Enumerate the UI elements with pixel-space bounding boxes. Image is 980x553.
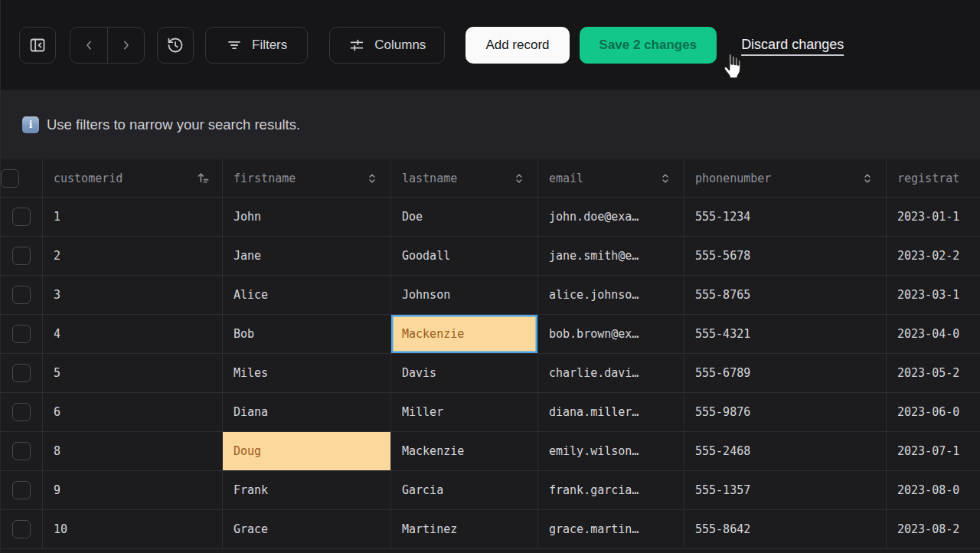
cell-firstname[interactable]: Grace bbox=[223, 510, 391, 548]
row-checkbox[interactable] bbox=[12, 442, 31, 460]
discard-changes-label: Discard changes bbox=[741, 37, 844, 52]
save-changes-button[interactable]: Save 2 changes bbox=[580, 27, 717, 64]
cell-phonenumber[interactable]: 555-1357 bbox=[684, 471, 887, 509]
cell-email[interactable]: bob.brown@ex… bbox=[538, 315, 684, 353]
table-header-row: customerid firstname lastname bbox=[1, 159, 980, 198]
cell-lastname[interactable]: Martinez bbox=[391, 510, 538, 548]
cell-lastname[interactable]: Miller bbox=[391, 393, 538, 431]
sort-chevrons-icon[interactable] bbox=[658, 171, 673, 186]
cell-customerid[interactable]: 4 bbox=[43, 315, 223, 353]
row-checkbox[interactable] bbox=[12, 364, 31, 382]
column-header-phonenumber[interactable]: phonenumber bbox=[684, 159, 887, 197]
cell-registrationdate[interactable]: 2023-01-1 bbox=[887, 198, 980, 236]
filters-button[interactable]: Filters bbox=[205, 27, 308, 64]
discard-changes-link[interactable]: Discard changes bbox=[741, 37, 844, 53]
row-checkbox[interactable] bbox=[12, 520, 31, 538]
cell-email[interactable]: grace.martin… bbox=[538, 510, 684, 548]
back-button[interactable] bbox=[70, 28, 107, 63]
cell-email[interactable]: jane.smith@e… bbox=[538, 237, 684, 275]
column-header-firstname[interactable]: firstname bbox=[223, 159, 391, 197]
cell-email[interactable]: emily.wilson… bbox=[538, 432, 684, 470]
cell-firstname[interactable]: Diana bbox=[223, 393, 391, 431]
cell-firstname[interactable]: Jane bbox=[223, 237, 391, 275]
cell-customerid[interactable]: 3 bbox=[43, 276, 223, 314]
add-record-button[interactable]: Add record bbox=[466, 27, 569, 64]
row-checkbox[interactable] bbox=[12, 403, 31, 421]
cell-customerid[interactable]: 1 bbox=[43, 198, 223, 236]
cell-phonenumber[interactable]: 555-1234 bbox=[684, 198, 887, 236]
cell-customerid[interactable]: 6 bbox=[43, 393, 223, 431]
column-header-lastname[interactable]: lastname bbox=[391, 159, 538, 197]
cell-firstname[interactable]: Miles bbox=[223, 354, 391, 392]
table-row: 6 Diana Miller diana.miller… 555-9876 20… bbox=[1, 393, 980, 432]
cell-email[interactable]: john.doe@exa… bbox=[538, 198, 684, 236]
row-checkbox[interactable] bbox=[12, 247, 31, 265]
sort-ascending-icon[interactable] bbox=[195, 170, 211, 186]
cell-customerid[interactable]: 2 bbox=[43, 237, 223, 275]
cell-email[interactable]: frank.garcia… bbox=[538, 471, 684, 509]
cell-lastname[interactable]: Goodall bbox=[391, 237, 538, 275]
cell-firstname[interactable]: John bbox=[223, 198, 391, 236]
table-row: 8 Doug Mackenzie emily.wilson… 555-2468 … bbox=[1, 432, 980, 471]
sort-chevrons-icon[interactable] bbox=[511, 171, 527, 186]
row-checkbox[interactable] bbox=[12, 481, 31, 499]
table-row: 9 Frank Garcia frank.garcia… 555-1357 20… bbox=[1, 471, 980, 510]
column-header-registrationdate[interactable]: registrat bbox=[887, 159, 980, 197]
sort-chevrons-icon[interactable] bbox=[860, 171, 875, 186]
history-clock-icon bbox=[166, 36, 185, 54]
cell-registrationdate[interactable]: 2023-03-1 bbox=[887, 276, 980, 314]
filter-lines-icon bbox=[226, 37, 243, 54]
cell-customerid[interactable]: 9 bbox=[43, 471, 223, 509]
cell-registrationdate[interactable]: 2023-08-2 bbox=[887, 510, 980, 548]
cell-customerid[interactable]: 10 bbox=[43, 510, 223, 548]
cell-email[interactable]: alice.johnso… bbox=[538, 276, 684, 314]
cell-registrationdate[interactable]: 2023-07-1 bbox=[887, 432, 980, 470]
column-header-label: firstname bbox=[234, 172, 296, 185]
columns-button[interactable]: Columns bbox=[329, 27, 445, 64]
row-checkbox[interactable] bbox=[12, 208, 31, 226]
cell-lastname-edited-selected[interactable]: Mackenzie bbox=[391, 315, 538, 353]
cell-firstname[interactable]: Alice bbox=[223, 276, 391, 314]
panel-left-collapse-icon bbox=[28, 36, 47, 54]
cell-phonenumber[interactable]: 555-8642 bbox=[684, 510, 887, 548]
cell-email[interactable]: diana.miller… bbox=[538, 393, 684, 431]
cell-phonenumber[interactable]: 555-4321 bbox=[684, 315, 887, 353]
collapse-sidebar-button[interactable] bbox=[19, 27, 56, 64]
cell-registrationdate[interactable]: 2023-04-0 bbox=[887, 315, 980, 353]
cell-lastname[interactable]: Davis bbox=[391, 354, 538, 392]
column-header-label: email bbox=[549, 172, 583, 185]
cell-phonenumber[interactable]: 555-6789 bbox=[684, 354, 887, 392]
row-checkbox[interactable] bbox=[12, 286, 31, 304]
cell-firstname-edited[interactable]: Doug bbox=[223, 432, 391, 470]
query-history-button[interactable] bbox=[157, 27, 194, 64]
cell-registrationdate[interactable]: 2023-08-0 bbox=[887, 471, 980, 509]
cell-phonenumber[interactable]: 555-8765 bbox=[684, 276, 887, 314]
save-changes-button-label: Save 2 changes bbox=[599, 38, 697, 53]
select-all-checkbox[interactable] bbox=[1, 169, 19, 188]
cell-email[interactable]: charlie.davi… bbox=[538, 354, 684, 392]
forward-button[interactable] bbox=[107, 28, 144, 63]
row-select-cell bbox=[1, 198, 43, 236]
table-row: 10 Grace Martinez grace.martin… 555-8642… bbox=[1, 510, 980, 549]
cell-registrationdate[interactable]: 2023-02-2 bbox=[887, 237, 980, 275]
column-header-customerid[interactable]: customerid bbox=[43, 159, 223, 197]
column-header-email[interactable]: email bbox=[538, 159, 684, 197]
table-row: 1 John Doe john.doe@exa… 555-1234 2023-0… bbox=[1, 198, 980, 237]
cell-phonenumber[interactable]: 555-9876 bbox=[684, 393, 887, 431]
row-checkbox[interactable] bbox=[12, 325, 31, 343]
cell-lastname[interactable]: Johnson bbox=[391, 276, 538, 314]
cell-phonenumber[interactable]: 555-2468 bbox=[684, 432, 887, 470]
cell-firstname[interactable]: Bob bbox=[223, 315, 391, 353]
cell-firstname[interactable]: Frank bbox=[223, 471, 391, 509]
cell-phonenumber[interactable]: 555-5678 bbox=[684, 237, 887, 275]
cell-customerid[interactable]: 8 bbox=[43, 432, 223, 470]
cell-registrationdate[interactable]: 2023-05-2 bbox=[887, 354, 980, 392]
cell-registrationdate[interactable]: 2023-06-0 bbox=[887, 393, 980, 431]
cell-lastname[interactable]: Doe bbox=[391, 198, 538, 236]
cell-lastname[interactable]: Garcia bbox=[391, 471, 538, 509]
toolbar: Filters Columns Add record Save 2 change… bbox=[1, 0, 980, 90]
sort-chevrons-icon[interactable] bbox=[364, 171, 380, 186]
cell-lastname[interactable]: Mackenzie bbox=[391, 432, 538, 470]
history-nav-group bbox=[70, 27, 145, 64]
cell-customerid[interactable]: 5 bbox=[43, 354, 223, 392]
